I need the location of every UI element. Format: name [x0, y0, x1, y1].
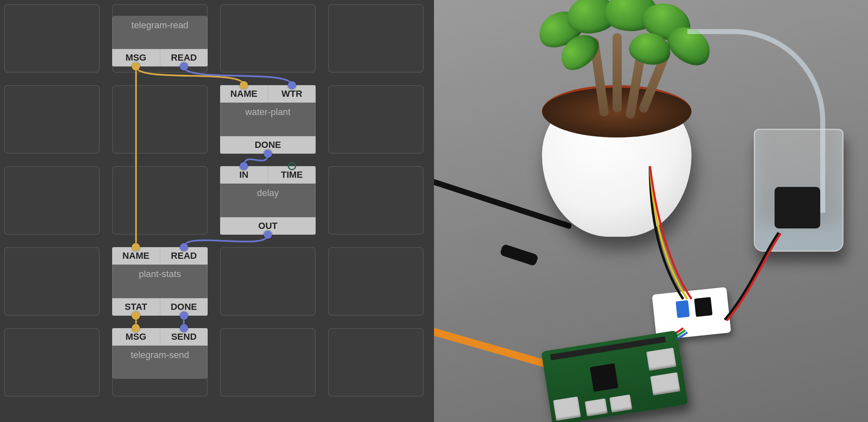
- port-wtr[interactable]: WTR: [268, 85, 316, 103]
- grid-slot[interactable]: [328, 4, 424, 73]
- port-label: MSG: [125, 52, 146, 63]
- grid-slot[interactable]: [220, 328, 316, 397]
- grid-slot[interactable]: [112, 166, 208, 235]
- pin-blue-icon[interactable]: [264, 150, 272, 158]
- pin-gold-icon[interactable]: [132, 243, 140, 251]
- port-msg[interactable]: MSG: [112, 328, 160, 346]
- grid-slot[interactable]: [4, 4, 100, 73]
- port-label: NAME: [230, 88, 257, 99]
- node-telegram-send[interactable]: MSGSENDtelegram-send: [112, 328, 208, 379]
- grid-slot[interactable]: [4, 166, 100, 235]
- pin-blue-icon[interactable]: [180, 243, 188, 251]
- port-label: SEND: [171, 331, 196, 342]
- pin-blue-icon[interactable]: [264, 231, 272, 239]
- node-telegram-read[interactable]: telegram-readMSGREAD: [112, 16, 208, 66]
- port-send[interactable]: SEND: [160, 328, 208, 346]
- port-label: MSG: [125, 331, 146, 342]
- node-editor-canvas[interactable]: telegram-readMSGREADNAMEWTRwater-plantDO…: [0, 0, 434, 422]
- grid-slot[interactable]: [220, 4, 316, 73]
- grid-slot[interactable]: [328, 247, 424, 316]
- grid-slot[interactable]: [4, 328, 100, 397]
- port-name[interactable]: NAME: [112, 247, 160, 265]
- node-title: delay: [220, 184, 316, 201]
- port-label: IN: [239, 169, 248, 180]
- wire[interactable]: [184, 235, 268, 247]
- pin-blue-icon[interactable]: [180, 324, 188, 332]
- port-msg[interactable]: MSG: [112, 49, 160, 66]
- pin-gold-icon[interactable]: [132, 62, 140, 71]
- pin-blue-icon[interactable]: [180, 62, 188, 71]
- grid-slot[interactable]: [4, 85, 100, 154]
- water-pump: [775, 187, 820, 228]
- node-title: water-plant: [220, 103, 316, 120]
- port-time[interactable]: TIME: [268, 166, 316, 184]
- pin-blue-icon[interactable]: [180, 312, 188, 320]
- grid-slot[interactable]: [220, 247, 316, 316]
- node-plant-stats[interactable]: NAMEREADplant-statsSTATDONE: [112, 247, 208, 316]
- grid-slot[interactable]: [328, 166, 424, 235]
- node-title: telegram-send: [112, 346, 208, 363]
- pin-blue-icon[interactable]: [288, 81, 296, 89]
- port-read[interactable]: READ: [160, 247, 208, 265]
- plant-trunk: [613, 33, 622, 112]
- port-done[interactable]: DONE: [160, 298, 208, 316]
- grid-slot[interactable]: [112, 85, 208, 154]
- port-label: STAT: [125, 302, 147, 312]
- port-label: NAME: [123, 250, 150, 261]
- pin-gold-icon[interactable]: [132, 312, 140, 320]
- node-delay[interactable]: INTIMEdelayOUT: [220, 166, 316, 235]
- port-label: WTR: [282, 88, 302, 99]
- grid-slot[interactable]: [328, 328, 424, 397]
- project-photo: [434, 0, 868, 422]
- port-out[interactable]: OUT: [220, 217, 316, 235]
- grid-slot[interactable]: [4, 247, 100, 316]
- port-label: TIME: [281, 169, 303, 180]
- port-label: READ: [171, 250, 197, 261]
- node-water-plant[interactable]: NAMEWTRwater-plantDONE: [220, 85, 316, 154]
- port-label: DONE: [171, 302, 197, 312]
- port-name[interactable]: NAME: [220, 85, 268, 103]
- port-in[interactable]: IN: [220, 166, 268, 184]
- pin-ring-icon[interactable]: [288, 162, 296, 170]
- grid-slot[interactable]: [328, 85, 424, 154]
- port-read[interactable]: READ: [160, 49, 208, 66]
- port-stat[interactable]: STAT: [112, 298, 160, 316]
- port-label: READ: [171, 52, 197, 63]
- node-title: plant-stats: [112, 265, 208, 282]
- port-label: OUT: [258, 221, 277, 231]
- pin-gold-icon[interactable]: [132, 324, 140, 332]
- port-done[interactable]: DONE: [220, 136, 316, 154]
- port-label: DONE: [255, 140, 281, 150]
- pin-gold-icon[interactable]: [240, 81, 248, 89]
- node-title: telegram-read: [112, 16, 208, 33]
- pin-blue-icon[interactable]: [240, 162, 248, 170]
